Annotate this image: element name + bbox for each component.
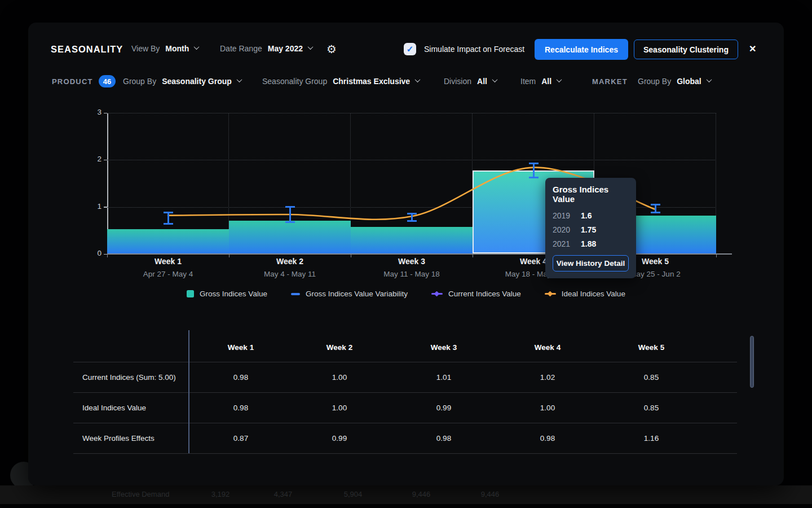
legend-item-current-indices-value[interactable]: Current Indices Value — [431, 290, 521, 298]
market-group-by-dropdown[interactable]: Group By Global — [638, 74, 711, 89]
group-by-value[interactable]: Seasonality Group — [162, 77, 241, 86]
errorbar-week-1 — [164, 212, 173, 225]
table-header-week-5: Week 5 — [638, 343, 664, 352]
table-header-week-2: Week 2 — [326, 343, 352, 352]
table-cell: 1.00 — [540, 404, 555, 412]
chart-legend: Gross Indices ValueGross Indices Value V… — [28, 290, 784, 298]
chevron-down-icon — [492, 77, 497, 82]
view-by-dropdown[interactable]: View By Month — [131, 41, 198, 56]
table-cell: 0.85 — [644, 404, 659, 412]
legend-label: Gross Indices Value Variability — [306, 290, 408, 298]
table-cell: 0.98 — [233, 373, 248, 382]
tooltip-year: 2020 — [553, 223, 574, 237]
group-by-label: Group By — [123, 77, 156, 86]
market-label: MARKET — [592, 77, 628, 86]
product-group-by-dropdown[interactable]: Group By Seasonality Group — [123, 74, 241, 89]
chevron-down-icon — [236, 77, 242, 82]
view-history-detail-button[interactable]: View History Detail — [553, 255, 629, 271]
background-table-row: Effective Demand 3,1924,3475,9049,4469,4… — [0, 485, 812, 504]
legend-item-gross-indices-value-variability[interactable]: Gross Indices Value Variability — [291, 290, 408, 298]
errorbar-week-5 — [651, 204, 660, 214]
item-dropdown[interactable]: Item All — [520, 74, 561, 89]
market-group-by-label: Group By — [638, 77, 671, 86]
table-divider — [188, 330, 189, 453]
settings-gear-icon[interactable] — [326, 42, 337, 56]
date-range-label: Date Range — [220, 44, 262, 53]
seasonality-group-value[interactable]: Christmas Exclusive — [333, 77, 420, 86]
tooltip-title: Gross Indices Value — [553, 185, 629, 204]
x-label-week-5: Week 5 — [642, 257, 669, 266]
product-count-badge: 46 — [99, 75, 116, 87]
product-section: PRODUCT 46 — [52, 74, 116, 89]
division-value[interactable]: All — [477, 77, 497, 86]
x-label-dates-5: May 25 - Jun 2 — [630, 270, 680, 278]
table-cell: 0.99 — [332, 434, 347, 443]
background-row-value: 4,347 — [274, 490, 293, 498]
close-icon[interactable] — [749, 43, 756, 54]
chevron-down-icon — [415, 77, 421, 82]
table-cell: 0.85 — [644, 373, 659, 382]
y-axis-tick-label: 1 — [88, 202, 102, 211]
legend-item-ideal-indices-value[interactable]: Ideal Indices Value — [545, 290, 625, 298]
legend-line-diamond-icon — [545, 291, 556, 297]
item-value[interactable]: All — [541, 77, 561, 86]
background-row-value: 3,192 — [211, 490, 230, 498]
background-row-value: 5,904 — [344, 490, 363, 498]
table-cell: 1.02 — [540, 373, 555, 382]
date-range-value[interactable]: May 2022 — [268, 44, 312, 53]
table-cell: 1.00 — [332, 404, 347, 412]
x-label-week-4: Week 4 — [520, 257, 547, 266]
seasonality-clustering-button[interactable]: Seasonality Clustering — [634, 40, 738, 59]
x-label-dates-1: Apr 27 - May 4 — [143, 270, 193, 278]
legend-diamond — [548, 291, 553, 297]
chevron-down-icon — [706, 77, 712, 82]
errorbar-week-2 — [285, 206, 295, 223]
table-row-label: Week Profiles Effects — [82, 434, 155, 443]
date-range-dropdown[interactable]: Date Range May 2022 — [220, 41, 312, 56]
table-cell: 0.98 — [233, 404, 248, 412]
tooltip-rows: 20191.620201.7520211.88 — [553, 209, 629, 251]
tooltip-row: 20211.88 — [553, 237, 629, 251]
tooltip-value: 1.88 — [581, 237, 596, 251]
market-group-by-value[interactable]: Global — [677, 77, 711, 86]
view-by-value[interactable]: Month — [165, 44, 198, 53]
seasonality-group-label: Seasonality Group — [262, 77, 327, 86]
division-dropdown[interactable]: Division All — [444, 74, 497, 89]
tooltip-value: 1.6 — [581, 209, 592, 223]
y-axis-tick-label: 3 — [88, 108, 102, 116]
division-label: Division — [444, 77, 471, 86]
table-header-week-1: Week 1 — [228, 343, 254, 352]
tooltip-value: 1.75 — [581, 223, 596, 237]
tooltip-row: 20201.75 — [553, 223, 629, 237]
market-section: MARKET — [592, 74, 628, 89]
legend-item-gross-indices-value[interactable]: Gross Indices Value — [187, 290, 267, 298]
y-axis-tick-label: 2 — [88, 155, 102, 163]
simulate-impact-checkbox[interactable] — [404, 43, 416, 55]
simulate-impact-group: Simulate Impact on Forecast — [404, 43, 524, 55]
background-row-label: Effective Demand — [112, 490, 169, 498]
simulate-impact-label: Simulate Impact on Forecast — [424, 45, 524, 54]
errorbar-week-4 — [529, 163, 539, 178]
table-row-label: Current Indices (Sum: 5.00) — [82, 373, 176, 382]
x-label-week-1: Week 1 — [155, 257, 182, 266]
table-cell: 0.98 — [540, 434, 555, 443]
table-cell: 0.98 — [436, 434, 451, 443]
x-axis — [107, 253, 732, 255]
legend-diamond — [434, 291, 440, 297]
table-cell: 1.01 — [436, 373, 451, 382]
table-border — [73, 453, 737, 454]
page-title: SEASONALITY — [51, 44, 123, 55]
legend-square-icon — [187, 290, 194, 297]
seasonality-group-dropdown[interactable]: Seasonality Group Christmas Exclusive — [262, 74, 420, 89]
table-cell: 0.99 — [436, 404, 451, 412]
legend-dash-icon — [291, 293, 300, 295]
table-header-week-3: Week 3 — [431, 343, 457, 352]
product-label: PRODUCT — [52, 77, 93, 86]
table-cell: 1.16 — [644, 434, 659, 443]
y-axis-tick-label: 0 — [88, 249, 102, 257]
recalculate-indices-button[interactable]: Recalculate Indices — [535, 39, 628, 60]
tooltip-year: 2021 — [553, 237, 574, 251]
legend-label: Ideal Indices Value — [562, 290, 625, 298]
table-border — [73, 392, 737, 393]
table-scrollbar[interactable] — [750, 336, 754, 388]
